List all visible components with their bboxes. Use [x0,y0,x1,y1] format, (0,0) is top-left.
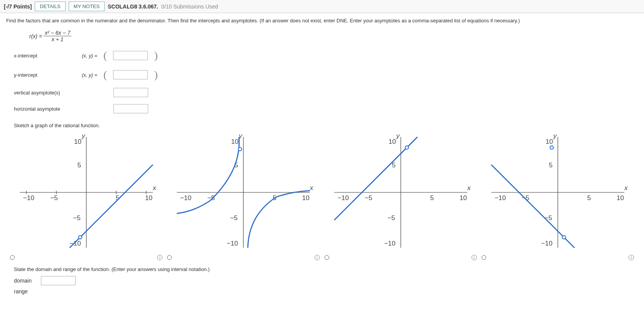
graph-4-radio[interactable] [482,255,486,260]
close-paren-icon: ) [154,69,157,81]
vertical-asymptote-row: vertical asymptote(s) [14,88,638,97]
domain-input[interactable] [41,276,76,285]
range-label: range [14,288,37,295]
svg-text:10: 10 [617,194,624,202]
svg-text:−10: −10 [337,194,348,202]
svg-text:−10: −10 [227,239,238,247]
svg-text:−10: −10 [23,194,34,202]
graph-3-svg: x y −10−5 510 105 −5−10 [325,131,477,253]
submissions-used: 0/10 Submissions Used [161,3,218,10]
xy-label: (x, y) = [82,72,97,78]
function-formula: r(x) = x² − 6x − 7 x + 1 [29,30,638,42]
svg-text:y: y [396,132,400,140]
graph-choice-2: x y −10−5 510 105 −5−10 i [167,131,319,260]
svg-point-42 [405,146,409,149]
x-intercept-label: x-intercept [14,53,76,59]
svg-text:10: 10 [74,138,81,145]
vertical-asymptote-label: vertical asymptote(s) [14,90,76,96]
svg-text:x: x [152,184,157,192]
open-paren-icon: ( [103,69,107,81]
svg-text:y: y [81,132,86,140]
svg-text:10: 10 [231,138,238,145]
svg-text:5: 5 [78,161,81,169]
question-header: [-/7 Points] DETAILS MY NOTES SCOLALG8 3… [0,0,644,13]
svg-text:10: 10 [546,138,553,145]
question-id: SCOLALG8 3.6.067. [108,3,158,10]
svg-text:5: 5 [430,194,434,202]
svg-text:x: x [624,184,628,192]
svg-text:x: x [309,184,314,192]
svg-point-29 [238,148,242,151]
horizontal-asymptote-label: horizontal asymptote [14,106,76,112]
svg-text:−5: −5 [522,194,529,202]
info-icon[interactable]: i [629,255,634,260]
svg-text:−10: −10 [384,239,395,247]
svg-text:−5: −5 [365,194,372,202]
svg-text:−10: −10 [180,194,191,202]
vertical-asymptote-input[interactable] [113,88,148,97]
svg-text:−5: −5 [73,214,81,222]
info-icon[interactable]: i [157,255,162,260]
graph-3-radio[interactable] [325,255,329,260]
graph-1-radio[interactable] [10,255,15,260]
svg-text:5: 5 [549,161,553,169]
svg-text:−5: −5 [544,214,552,222]
xy-label: (x, y) = [82,53,97,59]
svg-text:10: 10 [459,194,467,202]
svg-point-16 [79,236,82,239]
domain-range-prompt: State the domain and range of the functi… [14,266,638,272]
question-body: Find the factors that are common in the … [0,13,644,302]
graph-choice-1: x y −10 −5 5 10 10 5 −5 −10 i [10,131,162,260]
svg-text:y: y [553,132,557,140]
formula-lhs: r(x) = [29,33,42,39]
domain-label: domain [14,278,37,284]
graph-4-svg: x y −10−5 510 105 −5−10 [482,131,634,253]
range-row: range [14,288,638,295]
graph-choice-4: x y −10−5 510 105 −5−10 i [482,131,634,260]
formula-fraction: x² − 6x − 7 x + 1 [44,30,71,42]
info-icon[interactable]: i [472,255,477,260]
points-label: [-/7 Points] [4,3,32,10]
svg-text:5: 5 [587,194,591,202]
svg-text:−10: −10 [495,194,506,202]
x-intercept-input[interactable] [113,51,148,60]
answer-rows: x-intercept (x, y) = ( ) y-intercept (x,… [14,49,638,113]
graph-choices: x y −10 −5 5 10 10 5 −5 −10 i [10,131,634,260]
svg-text:−10: −10 [541,239,552,247]
question-prompt: Find the factors that are common in the … [6,18,638,24]
y-intercept-input[interactable] [113,70,148,79]
y-intercept-row: y-intercept (x, y) = ( ) [14,69,638,81]
horizontal-asymptote-row: horizontal asymptote [14,104,638,113]
domain-row: domain [14,276,638,285]
y-intercept-label: y-intercept [14,72,76,78]
formula-numerator: x² − 6x − 7 [44,30,71,36]
svg-point-55 [562,236,566,239]
svg-text:−5: −5 [230,214,238,222]
formula-denominator: x + 1 [44,36,71,42]
svg-text:10: 10 [302,194,309,202]
close-paren-icon: ) [154,49,157,62]
my-notes-button[interactable]: MY NOTES [69,2,105,11]
details-button[interactable]: DETAILS [35,2,65,11]
sketch-prompt: Sketch a graph of the rational function. [14,123,638,128]
graph-choice-3: x y −10−5 510 105 −5−10 i [325,131,477,260]
svg-text:10: 10 [389,138,396,145]
info-icon[interactable]: i [314,255,320,260]
graph-1-svg: x y −10 −5 5 10 10 5 −5 −10 [10,131,162,253]
graph-2-radio[interactable] [167,255,172,260]
open-paren-icon: ( [103,49,107,62]
horizontal-asymptote-input[interactable] [113,104,148,113]
x-intercept-row: x-intercept (x, y) = ( ) [14,49,638,62]
svg-text:−5: −5 [387,214,395,222]
svg-text:10: 10 [145,194,152,202]
svg-text:−5: −5 [207,194,215,202]
svg-text:x: x [467,184,471,192]
svg-point-56 [550,146,553,149]
svg-text:−5: −5 [50,194,58,202]
graph-2-svg: x y −10−5 510 105 −5−10 [167,131,319,253]
